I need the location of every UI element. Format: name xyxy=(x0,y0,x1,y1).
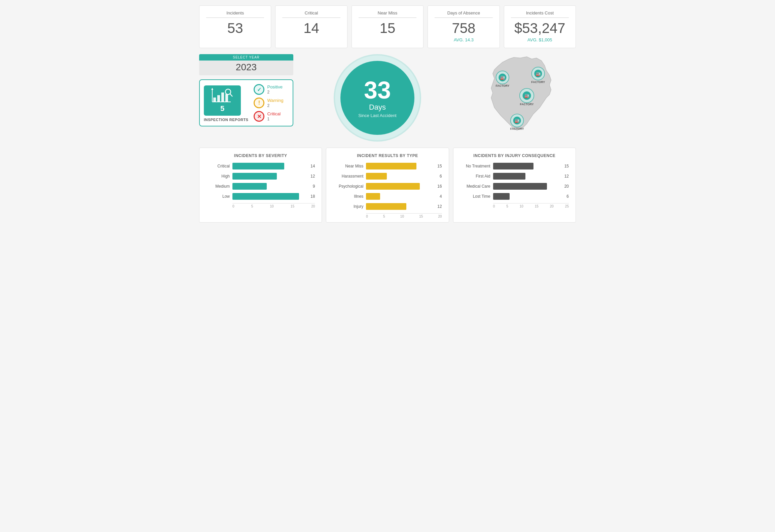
bar-track xyxy=(493,173,560,180)
bar-track xyxy=(493,193,563,200)
kpi-value-0: 53 xyxy=(206,21,264,36)
bar-value: 18 xyxy=(310,194,315,199)
kpi-label-3: Days of Absence xyxy=(435,10,492,18)
bar-value: 4 xyxy=(440,194,442,199)
status-list: ✓ Positive 2 ! Warning 2 ✕ Critical 1 xyxy=(254,84,283,122)
kpi-value-4: $53,247 xyxy=(511,21,569,36)
status-icon-positive: ✓ xyxy=(254,84,264,95)
bar-row: Medium9 xyxy=(206,183,315,190)
bar-track xyxy=(366,193,436,200)
axis-tick: 0 xyxy=(493,204,495,208)
axis-tick: 5 xyxy=(506,204,508,208)
bar-fill xyxy=(232,163,284,169)
bar-track xyxy=(493,183,560,190)
bar-fill xyxy=(493,193,510,200)
kpi-label-0: Incidents xyxy=(206,10,264,18)
status-item-warning: ! Warning 2 xyxy=(254,98,283,108)
status-name-critical: Critical xyxy=(267,111,281,117)
bar-row: Low18 xyxy=(206,193,315,200)
bar-fill xyxy=(366,173,387,180)
bar-value: 12 xyxy=(564,174,569,179)
bar-value: 15 xyxy=(564,164,569,168)
inspection-label: INSPECTION REPORTS xyxy=(204,118,248,122)
kpi-label-1: Critical xyxy=(282,10,340,18)
bar-row: Illnes4 xyxy=(333,193,442,200)
bar-track xyxy=(232,173,306,180)
status-name-warning: Warning xyxy=(267,98,283,103)
inspection-icon-area: 5 xyxy=(204,85,241,116)
bar-value: 16 xyxy=(437,184,442,189)
year-value[interactable]: 2023 xyxy=(199,61,293,75)
bar-label: Injury xyxy=(333,204,363,209)
bar-track xyxy=(366,203,433,210)
left-panel: SELECT YEAR 2023 xyxy=(199,54,293,126)
status-text-warning: Warning 2 xyxy=(267,98,283,108)
kpi-card-1: Critical 14 xyxy=(275,5,347,48)
axis-tick: 15 xyxy=(419,215,423,218)
axis-tick: 20 xyxy=(438,215,442,218)
inspection-count: 5 xyxy=(220,104,224,113)
chart-axis: 05101520 xyxy=(366,213,442,218)
kpi-value-2: 15 xyxy=(359,21,416,36)
bar-fill xyxy=(232,183,267,190)
bar-row: High12 xyxy=(206,173,315,180)
svg-rect-4 xyxy=(225,94,228,102)
center-panel: 33 Days Since Last Accident xyxy=(297,54,457,142)
status-count-positive: 2 xyxy=(267,90,283,94)
inspection-chart-icon xyxy=(211,86,234,104)
bar-track xyxy=(232,163,306,169)
chart-title: INCIDENTS BY INJURY CONSEQUENCE xyxy=(460,153,569,158)
kpi-card-4: Incidents Cost $53,247 AVG. $1,005 xyxy=(504,5,576,48)
bar-row: Injury12 xyxy=(333,203,442,210)
bar-fill xyxy=(366,203,406,210)
bar-label: No Treatment xyxy=(460,164,490,168)
axis-tick: 25 xyxy=(565,204,569,208)
kpi-avg-4: AVG. $1,005 xyxy=(511,37,569,42)
svg-text:🏭: 🏭 xyxy=(536,72,541,76)
germany-map: FACTORY 🏭 FACTORY 🏭 FACTORY 🏭 FACTORY 🏭 xyxy=(465,54,573,142)
bar-value: 20 xyxy=(564,184,569,189)
bar-label: High xyxy=(206,174,230,179)
bar-fill xyxy=(232,193,299,200)
axis-tick: 10 xyxy=(270,204,274,208)
bar-fill xyxy=(366,193,380,200)
kpi-label-2: Near Miss xyxy=(359,10,416,18)
bar-label: Lost Time xyxy=(460,194,490,199)
bar-label: Critical xyxy=(206,164,230,168)
bar-label: Illnes xyxy=(333,194,363,199)
year-selector-label[interactable]: SELECT YEAR xyxy=(199,54,293,61)
svg-text:🏭: 🏭 xyxy=(515,118,520,123)
bar-label: Near Miss xyxy=(333,164,363,168)
bar-value: 6 xyxy=(566,194,569,199)
bar-row: Critical14 xyxy=(206,163,315,169)
bar-row: First Aid12 xyxy=(460,173,569,180)
map-panel: FACTORY 🏭 FACTORY 🏭 FACTORY 🏭 FACTORY 🏭 xyxy=(462,54,576,142)
bar-label: Medium xyxy=(206,184,230,189)
chart-bar-dark: INCIDENTS BY INJURY CONSEQUENCENo Treatm… xyxy=(453,148,576,223)
kpi-avg-3: AVG. 14.3 xyxy=(435,37,492,42)
bar-chart: Near Miss15Harassment6Psychological16Ill… xyxy=(333,163,442,218)
bar-track xyxy=(493,163,560,169)
axis-tick: 20 xyxy=(550,204,554,208)
bar-chart: Critical14High12Medium9Low1805101520 xyxy=(206,163,315,208)
bar-value: 12 xyxy=(310,174,315,179)
status-icon-warning: ! xyxy=(254,98,264,108)
kpi-value-3: 758 xyxy=(435,21,492,36)
axis-tick: 15 xyxy=(291,204,294,208)
bar-fill xyxy=(493,183,547,190)
bar-value: 6 xyxy=(440,174,442,179)
bar-row: Lost Time6 xyxy=(460,193,569,200)
axis-tick: 20 xyxy=(311,204,315,208)
svg-rect-1 xyxy=(213,98,216,102)
chart-row: INCIDENTS BY SEVERITYCritical14High12Med… xyxy=(199,148,576,223)
status-name-positive: Positive xyxy=(267,84,283,90)
kpi-card-3: Days of Absence 758 AVG. 14.3 xyxy=(428,5,500,48)
bar-fill xyxy=(493,173,525,180)
status-item-critical: ✕ Critical 1 xyxy=(254,111,283,122)
svg-rect-3 xyxy=(221,92,224,102)
bar-label: Harassment xyxy=(333,174,363,179)
status-icon-critical: ✕ xyxy=(254,111,264,122)
bar-track xyxy=(366,183,433,190)
middle-row: SELECT YEAR 2023 xyxy=(199,54,576,142)
bar-label: Low xyxy=(206,194,230,199)
